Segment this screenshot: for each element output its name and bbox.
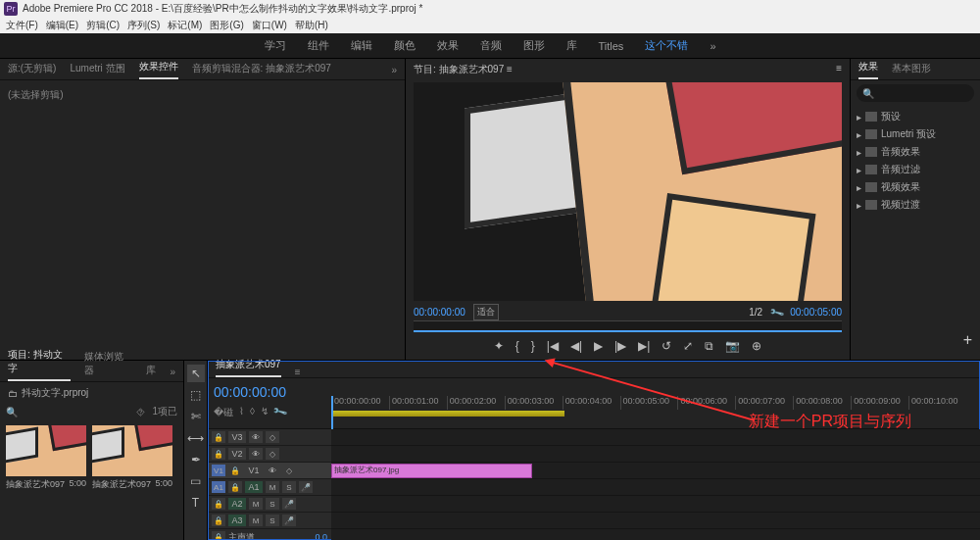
item-duration: 5:00 — [69, 478, 86, 491]
effects-search[interactable]: 🔍 — [857, 84, 974, 102]
menu-file[interactable]: 文件(F) — [4, 19, 40, 32]
eff-lumetri[interactable]: ▸Lumetri 预设 — [857, 125, 974, 143]
filter-icon[interactable]: ⯑ — [136, 407, 146, 417]
wrench-icon[interactable]: 🔧 — [271, 404, 288, 421]
tab-source[interactable]: 源:(无剪辑) — [8, 62, 56, 79]
tools-palette: ↖ ⬚ ✄ ⟷ ✒ ▭ T — [184, 361, 208, 540]
timeline-ruler[interactable]: 00:00:00:0000:00:01:0000:00:02:00 00:00:… — [331, 378, 980, 428]
step-back-icon[interactable]: ◀| — [570, 339, 582, 353]
eff-audio-trans[interactable]: ▸音频过滤 — [857, 161, 974, 178]
tab-media-browser[interactable]: 媒体浏览器 — [84, 350, 132, 381]
program-monitor[interactable] — [414, 82, 842, 301]
workspace-tabs: 学习 组件 编辑 颜色 效果 音频 图形 库 Titles 这个不错 » — [0, 33, 980, 59]
ws-library[interactable]: 库 — [566, 38, 577, 53]
extract-icon[interactable]: ⤢ — [683, 339, 693, 353]
marker-icon[interactable]: ◊ — [250, 406, 255, 419]
link-icon[interactable]: ⌇ — [239, 406, 244, 419]
tab-lumetri-scope[interactable]: Lumetri 范围 — [70, 62, 124, 79]
menu-bar: 文件(F) 编辑(E) 剪辑(C) 序列(S) 标记(M) 图形(G) 窗口(W… — [0, 18, 980, 33]
menu-window[interactable]: 窗口(W) — [250, 19, 289, 32]
timeline-clip[interactable]: 抽象派艺术097.jpg — [331, 464, 532, 478]
tab-effects[interactable]: 效果 — [858, 60, 878, 79]
resolution[interactable]: 1/2 — [749, 307, 762, 318]
project-item[interactable]: 抽象派艺术0975:00 — [92, 425, 172, 534]
track-header-v3[interactable]: 🔒V3👁◇ — [208, 429, 331, 446]
rect-tool-icon[interactable]: ▭ — [187, 472, 205, 490]
tab-audio-mixer[interactable]: 音频剪辑混合器: 抽象派艺术097 — [192, 62, 331, 79]
menu-sequence[interactable]: 序列(S) — [125, 19, 162, 32]
rate-tool-icon[interactable]: ⟷ — [187, 429, 205, 447]
step-fwd-icon[interactable]: |▶ — [614, 339, 626, 353]
track-select-tool-icon[interactable]: ⬚ — [187, 386, 205, 404]
panel-menu-icon[interactable]: » — [391, 65, 397, 79]
track-header-a1[interactable]: A1🔒A1MS🎤 — [208, 479, 331, 496]
tab-sequence[interactable]: 抽象派艺术097 — [216, 358, 281, 377]
track-header-master[interactable]: 🔒主声道0.0 — [208, 529, 331, 540]
ws-custom[interactable]: 这个不错 — [645, 38, 688, 53]
ripple-tool-icon[interactable]: ✄ — [187, 408, 205, 425]
item-name: 抽象派艺术097 — [92, 478, 151, 491]
track-header-v2[interactable]: 🔒V2👁◇ — [208, 446, 331, 463]
lift-icon[interactable]: ↺ — [662, 339, 671, 353]
ws-graphics[interactable]: 图形 — [523, 38, 545, 53]
eff-presets[interactable]: ▸预设 — [857, 108, 974, 125]
search-icon[interactable]: 🔍 — [6, 407, 18, 417]
marker-icon[interactable]: ✦ — [494, 339, 504, 353]
ws-color[interactable]: 颜色 — [394, 38, 416, 53]
bin-icon: 🗀 — [8, 388, 18, 399]
ws-audio[interactable]: 音频 — [480, 38, 502, 53]
in-point-icon[interactable]: { — [515, 339, 519, 353]
snap-icon[interactable]: �磁 — [214, 406, 233, 419]
program-title: 节目: 抽象派艺术097 — [414, 64, 504, 74]
item-count: 1项已 — [152, 405, 177, 418]
go-out-icon[interactable]: ▶| — [638, 339, 650, 353]
selection-tool-icon[interactable]: ↖ — [187, 365, 205, 382]
program-scrub-bar[interactable] — [414, 320, 842, 332]
panel-menu-icon[interactable]: ≡ — [836, 63, 842, 74]
program-tc-right: 00:00:05:00 — [790, 307, 842, 318]
app-icon: Pr — [4, 2, 18, 16]
track-header-a3[interactable]: 🔒A3MS🎤 — [208, 513, 331, 529]
ws-assembly[interactable]: 组件 — [308, 38, 329, 53]
tab-effect-controls[interactable]: 效果控件 — [139, 60, 178, 79]
camera-icon[interactable]: 📷 — [725, 339, 740, 353]
play-icon[interactable]: ▶ — [594, 339, 603, 353]
tab-essential-graphics[interactable]: 基本图形 — [892, 62, 931, 79]
window-title: Adobe Premiere Pro CC 2018 - E:\百度经验\PR中… — [23, 2, 422, 16]
go-in-icon[interactable]: |◀ — [547, 339, 559, 353]
eff-video-fx[interactable]: ▸视频效果 — [857, 178, 974, 196]
track-header-v1[interactable]: V1🔒V1👁◇ — [208, 463, 331, 479]
item-name: 抽象派艺术097 — [6, 478, 65, 491]
tab-project[interactable]: 项目: 抖动文字 — [8, 348, 71, 381]
track-header-a2[interactable]: 🔒A2MS🎤 — [208, 496, 331, 513]
program-tc-left[interactable]: 00:00:00:00 — [414, 307, 466, 318]
ws-edit[interactable]: 编辑 — [351, 38, 372, 53]
zoom-fit[interactable]: 适合 — [473, 304, 499, 320]
ws-titles[interactable]: Titles — [599, 40, 624, 52]
no-clip-label: (未选择剪辑) — [8, 89, 64, 100]
eff-audio-fx[interactable]: ▸音频效果 — [857, 143, 974, 161]
ws-effects[interactable]: 效果 — [437, 38, 459, 53]
menu-graphic[interactable]: 图形(G) — [208, 19, 245, 32]
pen-tool-icon[interactable]: ✒ — [187, 451, 205, 468]
settings-icon[interactable]: ↯ — [261, 406, 269, 419]
add-button-icon[interactable]: + — [963, 331, 972, 349]
panel-overflow-icon[interactable]: » — [170, 367, 175, 381]
ws-learn[interactable]: 学习 — [265, 38, 286, 53]
export-frame-icon[interactable]: ⧉ — [705, 339, 713, 353]
menu-clip[interactable]: 剪辑(C) — [84, 19, 122, 32]
menu-edit[interactable]: 编辑(E) — [44, 19, 80, 32]
text-tool-icon[interactable]: T — [187, 494, 205, 512]
menu-marker[interactable]: 标记(M) — [166, 19, 204, 32]
settings-icon[interactable]: 🔧 — [768, 304, 784, 319]
project-filename: 抖动文字.prproj — [22, 386, 88, 400]
button-editor-icon[interactable]: ⊕ — [752, 339, 761, 353]
ws-overflow-icon[interactable]: » — [710, 40, 715, 52]
tab-library[interactable]: 库 — [146, 364, 156, 381]
project-item[interactable]: 抽象派艺术0975:00 — [6, 425, 86, 534]
item-duration: 5:00 — [155, 478, 172, 491]
out-point-icon[interactable]: } — [531, 339, 535, 353]
eff-video-trans[interactable]: ▸视频过渡 — [857, 196, 974, 214]
menu-help[interactable]: 帮助(H) — [293, 19, 330, 32]
timeline-timecode[interactable]: 00:00:00:00 — [214, 382, 325, 406]
